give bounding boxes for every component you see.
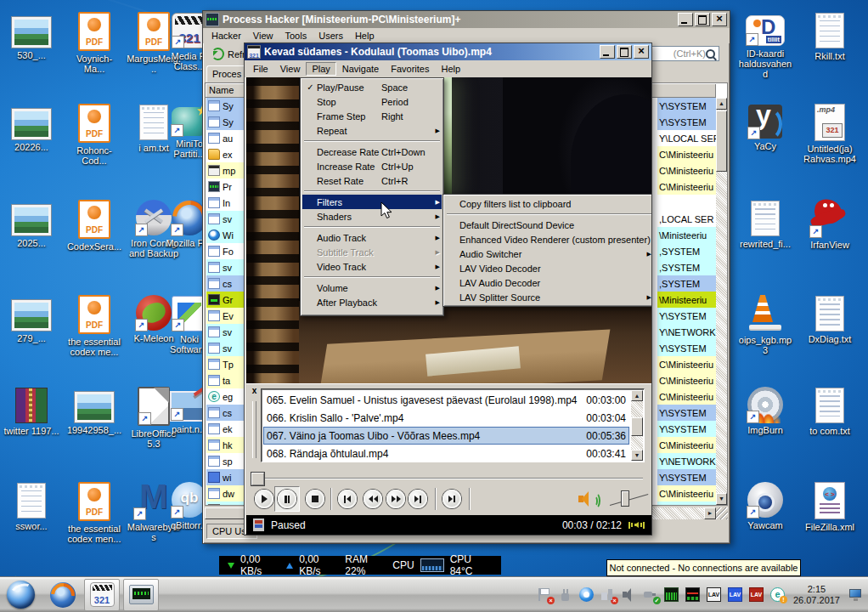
seek-thumb[interactable] — [251, 473, 264, 485]
process-row-user[interactable]: Y\SYSTEM — [657, 114, 719, 130]
desktop-icon-filezilla-xml[interactable]: FileZilla.xml — [802, 480, 858, 532]
desktop-icon-to-com-txt[interactable]: to com.txt — [802, 385, 858, 436]
play-menu-item-reset-rate[interactable]: Reset RateCtrl+R — [302, 173, 442, 188]
scroll-down-icon[interactable]: ▼ — [631, 450, 643, 461]
stop-button[interactable] — [306, 490, 324, 508]
ph-maximize-button[interactable] — [695, 13, 710, 26]
process-row-user[interactable]: C\Ministeeriu — [657, 146, 719, 162]
taskbar-item-media-player-classic[interactable] — [84, 579, 120, 611]
ph-menu-view[interactable]: View — [247, 29, 279, 42]
mpc-menu-navigate[interactable]: Navigate — [336, 62, 385, 76]
ph-minimize-button[interactable] — [678, 13, 693, 26]
desktop-icon-untitled-ja-rahvas-mp4[interactable]: Untitled(ja) Rahvas.mp4 — [802, 102, 858, 164]
scrollbar-thumb[interactable] — [716, 110, 727, 172]
process-row-user[interactable]: ,LOCAL SER — [657, 211, 719, 227]
mpc-close-button[interactable] — [634, 45, 649, 59]
fast-forward-button[interactable] — [386, 490, 405, 508]
process-row-user[interactable]: C\Ministeeriu — [657, 178, 719, 195]
process-row-user[interactable]: C\Ministeeriu — [657, 485, 719, 502]
process-row-user[interactable]: C\Ministeeriu — [657, 356, 719, 372]
network-disconnected-icon[interactable]: × — [600, 587, 615, 602]
scroll-down-icon[interactable]: ▼ — [716, 493, 727, 505]
process-row-user[interactable]: Y\NETWORK — [657, 324, 719, 340]
play-menu-item-filters[interactable]: Filters▶ — [302, 195, 442, 209]
playlist-item[interactable]: 068. Rändaja õhtulaul.mp400:03:41 — [263, 445, 629, 462]
play-menu-item-subtitle-track[interactable]: Subtitle Track▶ — [302, 245, 442, 259]
playlist-item[interactable]: 065. Evelin Samuel - Unistus igavesest p… — [263, 391, 629, 409]
desktop-icon-rewrited-fi[interactable]: rewrited_fi... — [737, 198, 793, 249]
mpc-title-bar[interactable]: Kevad südames - Kodulaul (Toomas Uibo).m… — [245, 43, 651, 60]
playlist-item[interactable]: 067. Väino ja Toomas Uibo - Võõras Mees.… — [263, 427, 629, 445]
eset-warning-icon[interactable]: ! — [770, 587, 785, 602]
io-history-graph-icon[interactable] — [685, 587, 700, 602]
ph-menu-users[interactable]: Users — [313, 29, 349, 42]
desktop-icon-dxdiag-txt[interactable]: DxDiag.txt — [802, 293, 858, 344]
mpc-menu-view[interactable]: View — [274, 62, 307, 76]
process-row-user[interactable]: Y\LOCAL SER — [657, 130, 719, 146]
mpc-menu-favorites[interactable]: Favorites — [385, 62, 435, 76]
play-menu-item-increase-rate[interactable]: Increase RateCtrl+Up — [302, 159, 442, 173]
process-row-user[interactable]: Y\SYSTEM — [657, 308, 719, 324]
taskbar-clock[interactable]: 2:15 26.07.2017 — [793, 584, 840, 606]
play-menu-item-shaders[interactable]: Shaders▶ — [302, 209, 442, 224]
play-menu-item-audio-track[interactable]: Audio Track▶ — [302, 230, 442, 245]
desktop-icon-imgburn[interactable]: ImgBurn — [737, 385, 793, 435]
scrollbar-thumb[interactable] — [631, 417, 643, 436]
power-plug-icon[interactable] — [558, 587, 572, 602]
process-row-user[interactable]: ,SYSTEM — [657, 243, 719, 259]
ph-close-button[interactable] — [712, 13, 727, 26]
play-menu-item-frame-step[interactable]: Frame StepRight — [302, 109, 442, 123]
resize-grip[interactable] — [716, 507, 728, 519]
desktop-icon-20226[interactable]: 20226... — [3, 102, 59, 152]
lav-audio-icon[interactable] — [749, 587, 764, 602]
lav-splitter-icon[interactable] — [707, 587, 721, 602]
ph-menu-help[interactable]: Help — [349, 29, 380, 42]
lav-video-icon[interactable] — [728, 587, 742, 602]
desktop-icon-id-kaardi-haldusvahend[interactable]: ID-kaardi haldusvahend — [737, 10, 793, 79]
pause-button[interactable] — [278, 490, 296, 508]
desktop-icon-sswor[interactable]: sswor... — [3, 480, 59, 531]
desktop-icon-the-essential-codex-me[interactable]: the essential codex me... — [66, 293, 122, 357]
filters-menu-item-audio-switcher[interactable]: Audio Switcher▶ — [445, 246, 651, 261]
play-menu-item-stop[interactable]: StopPeriod — [302, 94, 442, 109]
process-row-user[interactable]: C\Ministeeriu — [657, 437, 719, 453]
play-button[interactable] — [255, 490, 273, 508]
play-menu-item-volume[interactable]: Volume▶ — [302, 280, 442, 295]
ph-menu-hacker[interactable]: Hacker — [206, 29, 247, 42]
process-row-user[interactable]: \Ministeeriu — [657, 227, 719, 243]
play-menu-item-after-playback[interactable]: After Playback▶ — [302, 295, 442, 309]
process-row-user[interactable]: \Ministeeriu — [657, 292, 719, 308]
rewind-button[interactable] — [364, 490, 382, 508]
desktop-icon-yawcam[interactable]: Yawcam — [737, 480, 793, 530]
playlist-item[interactable]: 066. Krislin Sallo - 'Palve'.mp400:03:04 — [263, 409, 629, 427]
taskbar-item-firefox[interactable] — [45, 579, 81, 611]
desktop-icon-19942958[interactable]: 19942958_... — [66, 385, 122, 435]
play-menu-item-video-track[interactable]: Video Track▶ — [302, 259, 442, 274]
filters-menu-item-lav-splitter-source[interactable]: LAV Splitter Source▶ — [445, 290, 651, 304]
desktop-icon-twitter-1197[interactable]: twitter 1197... — [3, 385, 59, 436]
desktop-icon-codexsera[interactable]: CodexSera... — [66, 198, 122, 252]
start-button[interactable] — [7, 581, 35, 609]
desktop-icon-2025[interactable]: 2025... — [3, 198, 59, 248]
playlist-close-icon[interactable]: x — [250, 387, 259, 396]
taskbar-item-process-hacker[interactable] — [123, 579, 159, 611]
process-row-user[interactable]: Y\SYSTEM — [657, 405, 719, 421]
volume-speaker-icon[interactable] — [578, 491, 597, 507]
process-row-user[interactable]: Y\SYSTEM — [657, 502, 719, 505]
mpc-menu-help[interactable]: Help — [435, 62, 466, 76]
process-row-user[interactable]: Y\NETWORK — [657, 453, 719, 469]
mpc-maximize-button[interactable] — [617, 45, 632, 59]
process-row-user[interactable]: C\Ministeeriu — [657, 372, 719, 388]
cpu-history-graph-icon[interactable] — [664, 587, 679, 602]
process-row-user[interactable]: ,SYSTEM — [657, 275, 719, 292]
volume-icon[interactable] — [622, 587, 636, 602]
ph-vertical-scrollbar[interactable]: ▲ ▼ — [716, 98, 727, 505]
desktop-icon-oips-kgb-mp3[interactable]: oips_kgb.mp3 — [737, 293, 793, 355]
process-row-user[interactable]: C\Ministeeriu — [657, 388, 719, 405]
filters-menu-item-copy-filters-list-to-clipboa[interactable]: Copy filters list to clipboard — [445, 196, 651, 211]
skip-next-button[interactable] — [409, 490, 427, 508]
media-player-window[interactable]: Kevad südames - Kodulaul (Toomas Uibo).m… — [244, 42, 652, 536]
frame-step-button[interactable] — [442, 490, 461, 508]
process-row-user[interactable]: C\Ministeeriu — [657, 162, 719, 178]
filters-menu-item-lav-video-decoder[interactable]: LAV Video Decoder — [445, 261, 651, 275]
